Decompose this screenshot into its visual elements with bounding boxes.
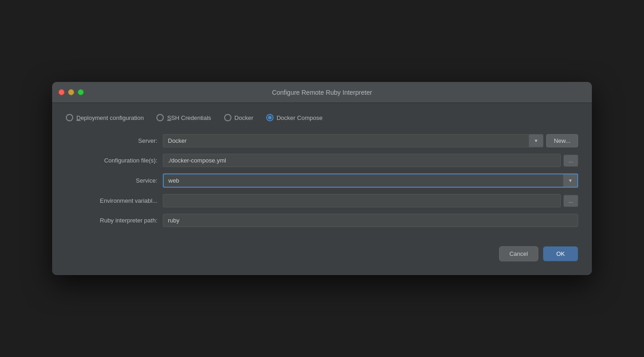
radio-circle-deployment: [66, 114, 73, 121]
radio-circle-docker-compose: [266, 114, 274, 121]
service-control-wrap: web ▼: [163, 173, 578, 188]
env-label: Environment variabl...: [66, 197, 157, 204]
traffic-lights: [59, 89, 84, 95]
dialog-title: Configure Remote Ruby Interpreter: [272, 89, 372, 96]
service-label: Service:: [66, 177, 157, 184]
radio-circle-docker: [224, 114, 231, 121]
server-label: Server:: [66, 137, 157, 144]
ruby-input[interactable]: [163, 214, 578, 227]
radio-docker[interactable]: Docker: [224, 114, 253, 121]
server-new-button[interactable]: New...: [546, 134, 578, 147]
footer: Cancel OK: [66, 233, 578, 261]
env-row: Environment variabl... ...: [66, 194, 578, 207]
config-label: Configuration file(s):: [66, 157, 157, 164]
env-input[interactable]: [163, 194, 561, 207]
service-select[interactable]: web ▼: [163, 173, 578, 188]
cancel-button[interactable]: Cancel: [499, 246, 538, 261]
dialog-window: Configure Remote Ruby Interpreter Deploy…: [52, 82, 592, 275]
server-dropdown-arrow[interactable]: ▼: [529, 135, 543, 147]
server-control-wrap: Docker ▼ New...: [163, 134, 578, 147]
ruby-label: Ruby interpreter path:: [66, 217, 157, 224]
server-select-value: Docker: [163, 135, 529, 147]
radio-group: Deployment configuration SSH Credentials…: [66, 114, 578, 121]
config-control-wrap: ...: [163, 154, 578, 167]
radio-label-docker: Docker: [235, 114, 253, 121]
radio-label-docker-compose: Docker Compose: [277, 114, 322, 121]
service-select-value: web: [164, 174, 563, 187]
ruby-control-wrap: [163, 214, 578, 227]
config-browse-button[interactable]: ...: [564, 155, 578, 167]
env-browse-button[interactable]: ...: [564, 195, 578, 207]
ok-button[interactable]: OK: [543, 246, 578, 261]
config-row: Configuration file(s): ...: [66, 154, 578, 167]
service-dropdown-arrow[interactable]: ▼: [563, 174, 577, 187]
radio-docker-compose[interactable]: Docker Compose: [266, 114, 322, 121]
ruby-row: Ruby interpreter path:: [66, 214, 578, 227]
maximize-button[interactable]: [78, 89, 84, 95]
radio-ssh[interactable]: SSH Credentials: [156, 114, 211, 121]
radio-label-deployment: Deployment configuration: [76, 114, 144, 121]
minimize-button[interactable]: [68, 89, 74, 95]
env-control-wrap: ...: [163, 194, 578, 207]
titlebar: Configure Remote Ruby Interpreter: [52, 82, 592, 103]
config-input[interactable]: [163, 154, 561, 167]
close-button[interactable]: [59, 89, 64, 95]
service-row: Service: web ▼: [66, 173, 578, 188]
dialog-content: Deployment configuration SSH Credentials…: [52, 103, 592, 275]
radio-circle-ssh: [156, 114, 164, 121]
server-row: Server: Docker ▼ New...: [66, 134, 578, 147]
radio-deployment[interactable]: Deployment configuration: [66, 114, 144, 121]
radio-label-ssh: SSH Credentials: [167, 114, 211, 121]
server-select[interactable]: Docker ▼: [163, 134, 543, 147]
